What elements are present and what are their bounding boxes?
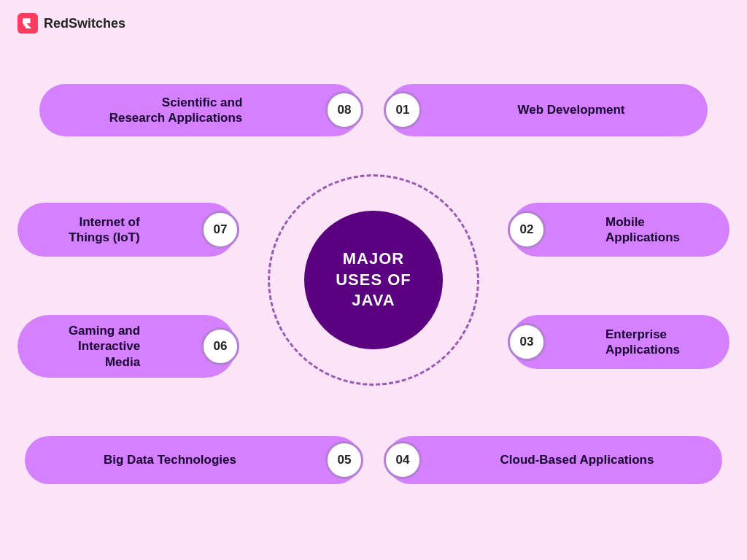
label-scientific: Scientific andResearch Applications bbox=[39, 95, 325, 126]
item-enterprise: 03 EnterpriseApplications bbox=[511, 315, 729, 369]
item-gaming: Gaming andInteractiveMedia 06 bbox=[18, 315, 236, 378]
item-mobile: 02 MobileApplications bbox=[511, 203, 729, 257]
label-iot: Internet ofThings (IoT) bbox=[18, 214, 201, 246]
item-scientific: Scientific andResearch Applications 08 bbox=[39, 84, 360, 136]
label-enterprise: EnterpriseApplications bbox=[546, 327, 729, 358]
logo-icon bbox=[18, 13, 38, 34]
item-bigdata: Big Data Technologies 05 bbox=[25, 436, 360, 484]
item-cloud: 04 Cloud-Based Applications bbox=[387, 436, 722, 484]
badge-08: 08 bbox=[325, 91, 363, 129]
label-mobile: MobileApplications bbox=[546, 214, 729, 246]
logo-area: RedSwitches bbox=[18, 13, 125, 34]
center-circle: MAJOR USES OF JAVA bbox=[304, 211, 443, 349]
badge-05: 05 bbox=[325, 441, 363, 479]
badge-07: 07 bbox=[201, 211, 239, 249]
label-cloud: Cloud-Based Applications bbox=[422, 452, 722, 467]
label-bigdata: Big Data Technologies bbox=[25, 452, 325, 467]
badge-06: 06 bbox=[201, 327, 239, 365]
badge-04: 04 bbox=[384, 441, 422, 479]
item-iot: Internet ofThings (IoT) 07 bbox=[18, 203, 236, 257]
badge-01: 01 bbox=[384, 91, 422, 129]
label-web-development: Web Development bbox=[422, 102, 708, 117]
center-circle-text: MAJOR USES OF JAVA bbox=[336, 249, 411, 311]
logo-text: RedSwitches bbox=[44, 16, 125, 31]
badge-03: 03 bbox=[508, 323, 546, 361]
badge-02: 02 bbox=[508, 211, 546, 249]
item-web-development: 01 Web Development bbox=[387, 84, 708, 136]
label-gaming: Gaming andInteractiveMedia bbox=[18, 323, 201, 370]
